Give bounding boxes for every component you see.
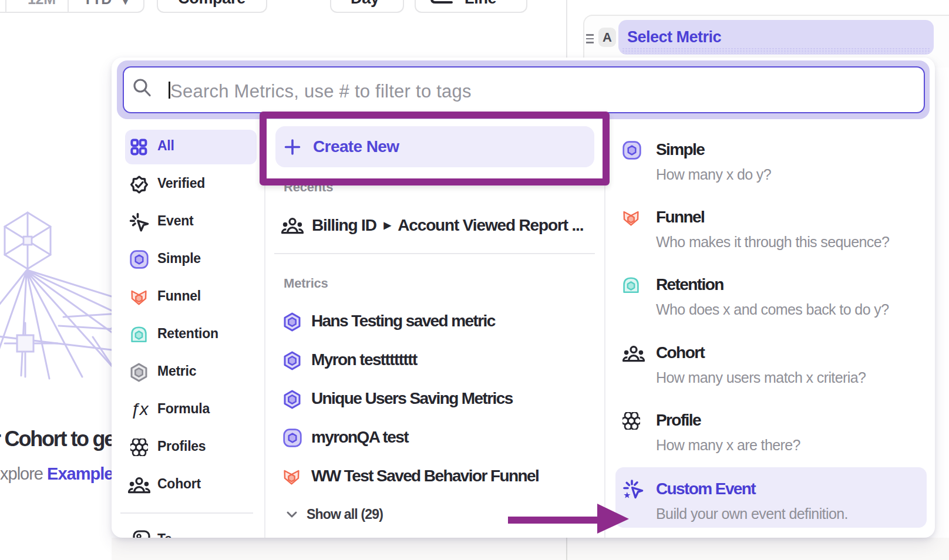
svg-text:ƒx: ƒx — [130, 401, 149, 419]
